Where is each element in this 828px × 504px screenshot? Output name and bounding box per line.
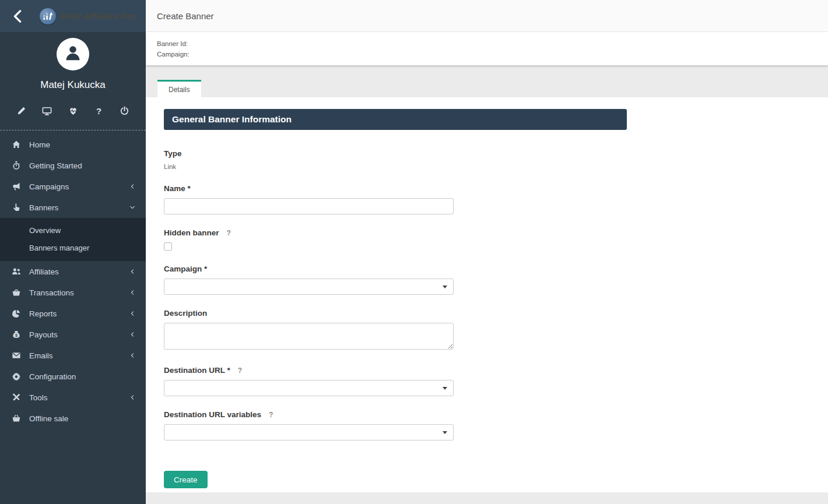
- destination-url-field: Destination URL * ?: [164, 366, 816, 396]
- description-field: Description: [164, 309, 816, 352]
- sidebar-subitem-overview[interactable]: Overview: [0, 222, 146, 239]
- content-area: Details General Banner Information Type …: [146, 65, 828, 504]
- type-value: Link: [164, 163, 816, 170]
- basket-icon: [12, 288, 21, 297]
- users-icon: [12, 267, 21, 276]
- submenu-banners: OverviewBanners manager: [0, 218, 146, 261]
- sidebar-item-payouts[interactable]: $Payouts: [0, 324, 146, 345]
- banner-form: Type Link Name * Hidden banner ?: [164, 149, 816, 488]
- destination-url-variables-field: Destination URL variables ?: [164, 410, 816, 440]
- sidebar-item-home[interactable]: Home: [0, 134, 146, 155]
- tab-details[interactable]: Details: [157, 80, 201, 97]
- chevron-down-icon: [443, 387, 447, 390]
- svg-text:$: $: [15, 333, 17, 338]
- chevron-left-icon: [129, 290, 135, 295]
- power-icon[interactable]: [120, 106, 129, 116]
- sidebar-item-configuration[interactable]: Configuration: [0, 366, 146, 387]
- description-label: Description: [164, 309, 207, 318]
- quick-actions-row: ?: [0, 106, 146, 116]
- sidebar-item-label: Transactions: [29, 288, 129, 297]
- sidebar-item-label: Payouts: [29, 330, 129, 339]
- help-icon[interactable]: ?: [94, 106, 104, 116]
- sidebar-item-label: Getting Started: [29, 161, 135, 170]
- sidebar-item-label: Emails: [29, 351, 129, 360]
- sidebar-item-tools[interactable]: Tools: [0, 387, 146, 408]
- name-input[interactable]: [164, 198, 454, 214]
- brand-logo-icon[interactable]: [40, 8, 56, 24]
- chevron-left-icon: [129, 394, 135, 400]
- campaign-select[interactable]: [164, 279, 454, 295]
- main-area: Create Banner Banner Id: Campaign: Detai…: [146, 0, 828, 504]
- person-icon: [63, 43, 83, 65]
- sidebar-item-getting-started[interactable]: Getting Started: [0, 155, 146, 176]
- money-bag-icon: $: [12, 330, 21, 339]
- campaign-meta-label: Campaign:: [157, 49, 828, 59]
- cart-icon: [12, 414, 21, 423]
- page-title: Create Banner: [157, 11, 214, 21]
- hidden-banner-help-icon[interactable]: ?: [227, 229, 231, 237]
- banner-id-label: Banner Id:: [157, 38, 828, 49]
- chevron-left-icon: [129, 311, 135, 316]
- sidebar-item-label: Campaigns: [29, 182, 129, 191]
- sidebar-item-offline-sale[interactable]: Offline sale: [0, 408, 146, 429]
- hidden-banner-checkbox[interactable]: [164, 242, 172, 251]
- sidebar-nav: HomeGetting StartedCampaignsBannersOverv…: [0, 131, 146, 429]
- chevron-left-icon: [129, 269, 135, 274]
- sidebar-header: Post Affiliate Pro: [0, 0, 146, 32]
- name-label: Name *: [164, 184, 191, 193]
- sidebar-item-label: Configuration: [29, 372, 135, 381]
- meta-strip: Banner Id: Campaign:: [146, 32, 828, 65]
- destination-url-label: Destination URL *: [164, 366, 230, 375]
- description-textarea[interactable]: [164, 323, 454, 350]
- hidden-banner-label: Hidden banner: [164, 228, 219, 237]
- chevron-down-icon: [443, 286, 447, 288]
- sidebar-item-label: Home: [29, 140, 135, 149]
- campaign-field: Campaign *: [164, 265, 816, 295]
- campaign-label: Campaign *: [164, 265, 207, 273]
- back-icon: [10, 9, 23, 23]
- heartbeat-icon[interactable]: [68, 106, 78, 116]
- sidebar-item-emails[interactable]: Emails: [0, 345, 146, 366]
- hidden-banner-field: Hidden banner ?: [164, 228, 816, 251]
- sidebar-item-label: Banners: [29, 203, 129, 212]
- sidebar-subitem-banners-manager[interactable]: Banners manager: [0, 239, 146, 257]
- type-field: Type Link: [164, 149, 816, 170]
- sidebar-item-label: Tools: [29, 393, 129, 402]
- chevron-left-icon: [129, 332, 135, 337]
- destination-url-variables-select[interactable]: [164, 424, 454, 440]
- pencil-icon[interactable]: [16, 106, 26, 116]
- user-name: Matej Kukucka: [0, 79, 146, 91]
- destination-url-variables-help-icon[interactable]: ?: [269, 411, 273, 419]
- pie-chart-icon: [12, 309, 21, 318]
- create-button[interactable]: Create: [164, 471, 208, 488]
- hand-pointer-icon: [12, 203, 21, 212]
- type-label: Type: [164, 149, 182, 158]
- section-header: General Banner Information: [164, 109, 627, 130]
- back-button[interactable]: [10, 9, 23, 23]
- avatar[interactable]: [57, 38, 89, 71]
- sidebar-item-label: Affiliates: [29, 267, 129, 276]
- home-icon: [12, 140, 21, 149]
- sidebar-item-affiliates[interactable]: Affiliates: [0, 261, 146, 282]
- tools-icon: [12, 393, 21, 402]
- brand-name: Post Affiliate Pro: [61, 11, 136, 22]
- sidebar-item-campaigns[interactable]: Campaigns: [0, 176, 146, 197]
- tabs-row: Details: [157, 80, 828, 97]
- sidebar-item-banners[interactable]: Banners: [0, 197, 146, 218]
- sidebar-item-transactions[interactable]: Transactions: [0, 282, 146, 303]
- sidebar-item-label: Offline sale: [29, 414, 135, 423]
- chevron-left-icon: [129, 184, 135, 189]
- app-window: Post Affiliate Pro Matej Kukucka ? HomeG…: [0, 0, 828, 504]
- monitor-icon[interactable]: [42, 106, 52, 116]
- logo-arrows-icon: [40, 8, 56, 24]
- destination-url-help-icon[interactable]: ?: [238, 366, 242, 375]
- page-header: Create Banner: [146, 0, 828, 32]
- chevron-down-icon: [443, 431, 447, 434]
- megaphone-icon: [12, 182, 21, 191]
- sidebar-item-reports[interactable]: Reports: [0, 303, 146, 324]
- name-field: Name *: [164, 184, 816, 214]
- destination-url-select[interactable]: [164, 380, 454, 396]
- destination-url-variables-label: Destination URL variables: [164, 410, 261, 419]
- details-panel: General Banner Information Type Link Nam…: [146, 97, 828, 492]
- sidebar: Post Affiliate Pro Matej Kukucka ? HomeG…: [0, 0, 146, 504]
